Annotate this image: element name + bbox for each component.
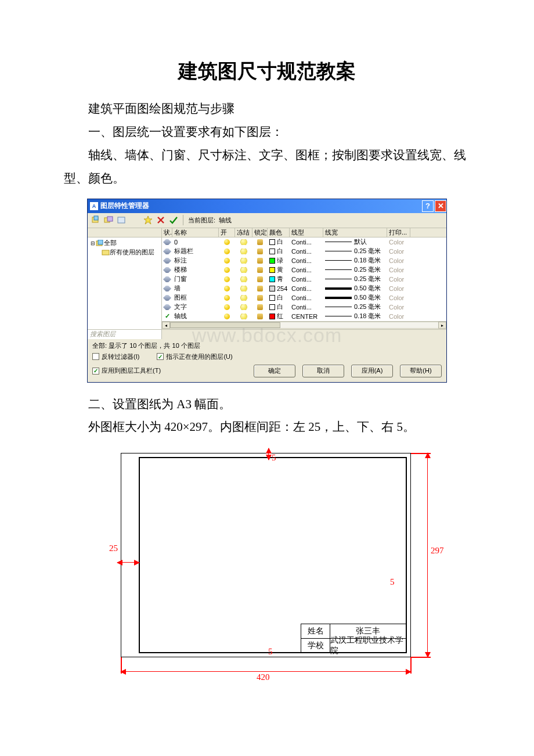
dialog-titlebar[interactable]: A 图层特性管理器 ? ✕ [88, 199, 446, 213]
table-row[interactable]: 图框白Conti...0.50 毫米Color [162, 293, 446, 303]
table-row[interactable]: 楼梯黄Conti...0.25 毫米Color [162, 265, 446, 275]
sun-icon[interactable] [241, 295, 247, 301]
lineweight-cell[interactable]: 0.25 毫米 [323, 247, 387, 255]
layer-name-cell[interactable]: 0 [172, 239, 219, 246]
tree-used-label[interactable]: 所有使用的图层 [110, 248, 154, 257]
layer-name-cell[interactable]: 门窗 [172, 275, 219, 283]
tree-collapse-icon[interactable]: ⊟ [90, 240, 96, 246]
print-style-cell[interactable]: Color [387, 294, 410, 301]
print-style-cell[interactable]: Color [387, 257, 410, 264]
linetype-cell[interactable]: Conti... [290, 276, 323, 283]
set-current-icon[interactable] [169, 215, 178, 225]
filter-tree[interactable]: ⊟ 全部 所有使用的图层 [88, 228, 162, 329]
bulb-icon[interactable] [224, 286, 230, 291]
linetype-cell[interactable]: Conti... [290, 248, 323, 255]
ok-button[interactable]: 确定 [254, 365, 295, 377]
lock-icon[interactable] [257, 304, 263, 310]
col-name[interactable]: 名称 [172, 228, 219, 237]
sun-icon[interactable] [241, 239, 247, 245]
layer-name-cell[interactable]: 标注 [172, 256, 219, 265]
lineweight-cell[interactable]: 默认 [323, 237, 387, 246]
bulb-icon[interactable] [224, 267, 230, 273]
col-status[interactable]: 状.. [162, 228, 172, 237]
lineweight-cell[interactable]: 0.50 毫米 [323, 284, 387, 293]
lineweight-cell[interactable]: 0.25 毫米 [323, 303, 387, 311]
linetype-cell[interactable]: Conti... [290, 285, 323, 292]
col-on[interactable]: 开 [219, 228, 235, 237]
bulb-icon[interactable] [224, 304, 230, 310]
layer-states-icon[interactable] [117, 215, 126, 225]
col-lock[interactable]: 锁定 [252, 228, 268, 237]
linetype-cell[interactable]: CENTER [290, 313, 323, 320]
lock-icon[interactable] [257, 249, 263, 254]
color-swatch[interactable] [269, 249, 275, 254]
color-swatch[interactable] [269, 276, 275, 282]
color-swatch[interactable] [269, 239, 275, 245]
col-color[interactable]: 颜色 [268, 228, 290, 237]
lock-icon[interactable] [257, 267, 263, 273]
linetype-cell[interactable]: Conti... [290, 257, 323, 264]
help-button[interactable]: ? [422, 200, 434, 212]
bulb-icon[interactable] [224, 295, 230, 301]
col-lineweight[interactable]: 线宽 [323, 228, 387, 237]
scroll-thumb[interactable] [170, 322, 280, 328]
new-filter-icon[interactable] [91, 215, 100, 225]
invert-filter-checkbox[interactable]: 反转过滤器(I) [92, 352, 139, 361]
sun-icon[interactable] [241, 314, 247, 319]
lineweight-cell[interactable]: 0.18 毫米 [323, 312, 387, 321]
col-print[interactable]: 打印... [387, 228, 410, 237]
cancel-button[interactable]: 取消 [302, 365, 344, 377]
lineweight-cell[interactable]: 0.25 毫米 [323, 265, 387, 274]
scroll-left-icon[interactable]: ◂ [162, 322, 170, 329]
lineweight-cell[interactable]: 0.18 毫米 [323, 256, 387, 265]
color-swatch[interactable] [269, 304, 275, 310]
table-row[interactable]: 标题栏白Conti...0.25 毫米Color [162, 247, 446, 256]
bulb-icon[interactable] [224, 239, 230, 245]
print-style-cell[interactable]: Color [387, 248, 410, 255]
linetype-cell[interactable]: Conti... [290, 294, 323, 301]
col-freeze[interactable]: 冻结 [235, 228, 252, 237]
lock-icon[interactable] [257, 239, 263, 245]
delete-layer-icon[interactable] [156, 215, 165, 225]
sun-icon[interactable] [241, 258, 247, 264]
sun-icon[interactable] [241, 286, 247, 291]
lock-icon[interactable] [257, 276, 263, 282]
linetype-cell[interactable]: Conti... [290, 304, 323, 311]
layer-grid[interactable]: 状.. 名称 开 冻结 锁定 颜色 线型 线宽 打印... 0白Conti...… [162, 228, 446, 329]
apply-to-toolbar-checkbox[interactable]: ✓应用到图层工具栏(T) [92, 366, 161, 375]
bulb-icon[interactable] [224, 249, 230, 254]
table-row[interactable]: 0白Conti...默认Color [162, 237, 446, 247]
tree-all-label[interactable]: 全部 [104, 239, 117, 247]
color-swatch[interactable] [269, 286, 275, 291]
apply-button[interactable]: 应用(A) [351, 365, 393, 377]
search-layer-input[interactable]: 搜索图层 [88, 330, 162, 339]
layer-name-cell[interactable]: 图框 [172, 293, 219, 302]
print-style-cell[interactable]: Color [387, 267, 410, 273]
indicate-in-use-checkbox[interactable]: ✓指示正在使用的图层(U) [157, 352, 232, 361]
table-row[interactable]: 门窗青Conti...0.25 毫米Color [162, 275, 446, 284]
table-row[interactable]: 标注绿Conti...0.18 毫米Color [162, 256, 446, 265]
lock-icon[interactable] [257, 295, 263, 301]
lock-icon[interactable] [257, 314, 263, 319]
new-layer-icon[interactable] [143, 215, 153, 225]
close-button[interactable]: ✕ [435, 200, 446, 212]
bulb-icon[interactable] [224, 314, 230, 319]
layer-name-cell[interactable]: 标题栏 [172, 247, 219, 255]
bulb-icon[interactable] [224, 258, 230, 264]
lineweight-cell[interactable]: 0.25 毫米 [323, 275, 387, 283]
lock-icon[interactable] [257, 258, 263, 264]
bulb-icon[interactable] [224, 276, 230, 282]
help-footer-button[interactable]: 帮助(H) [400, 365, 442, 377]
table-row[interactable]: 轴线红CENTER0.18 毫米Color [162, 312, 446, 321]
scroll-right-icon[interactable]: ▸ [438, 322, 446, 329]
layer-name-cell[interactable]: 轴线 [172, 312, 219, 321]
sun-icon[interactable] [241, 267, 247, 273]
print-style-cell[interactable]: Color [387, 313, 410, 320]
lineweight-cell[interactable]: 0.50 毫米 [323, 293, 387, 302]
sun-icon[interactable] [241, 276, 247, 282]
print-style-cell[interactable]: Color [387, 304, 410, 311]
layer-name-cell[interactable]: 文字 [172, 303, 219, 311]
new-group-filter-icon[interactable] [104, 215, 113, 225]
table-row[interactable]: 文字白Conti...0.25 毫米Color [162, 303, 446, 312]
col-linetype[interactable]: 线型 [290, 228, 323, 237]
